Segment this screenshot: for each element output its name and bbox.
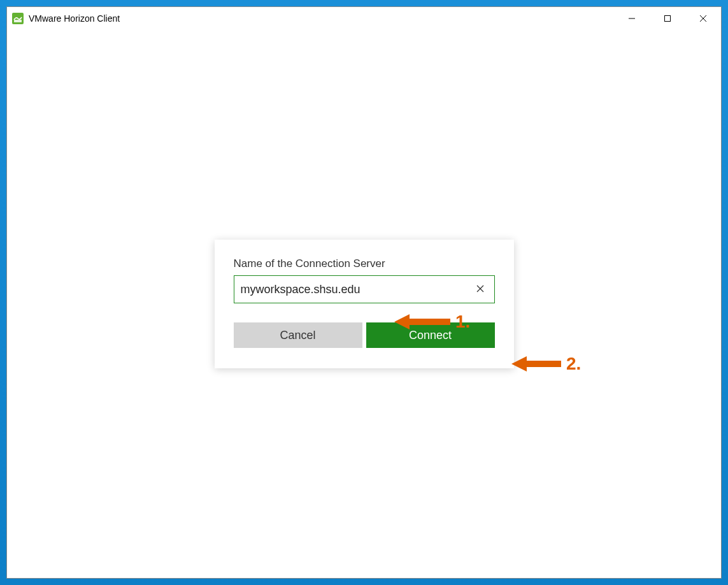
arrow-left-icon	[511, 355, 562, 373]
svg-rect-1	[14, 20, 22, 22]
titlebar-left: VMware Horizon Client	[7, 13, 120, 24]
vmware-horizon-icon	[12, 13, 24, 24]
maximize-button[interactable]	[650, 7, 685, 30]
titlebar: VMware Horizon Client	[7, 7, 721, 30]
annotation-step-2: 2.	[511, 354, 581, 374]
svg-marker-11	[511, 356, 527, 372]
dialog-button-row: Cancel Connect	[234, 322, 495, 348]
close-button[interactable]	[685, 7, 721, 30]
minimize-button[interactable]	[614, 7, 650, 30]
window-controls	[614, 7, 721, 30]
cancel-button[interactable]: Cancel	[234, 322, 362, 348]
annotation-2-label: 2.	[566, 354, 581, 374]
close-icon	[476, 284, 484, 294]
connect-button[interactable]: Connect	[366, 322, 495, 348]
svg-rect-3	[665, 16, 671, 22]
app-title: VMware Horizon Client	[29, 13, 120, 24]
content-area: Name of the Connection Server Cancel Con…	[7, 30, 721, 578]
connection-server-dialog: Name of the Connection Server Cancel Con…	[215, 240, 514, 368]
server-input-wrapper	[234, 275, 495, 303]
clear-input-button[interactable]	[471, 280, 489, 298]
server-name-label: Name of the Connection Server	[234, 257, 495, 270]
server-name-input[interactable]	[241, 276, 469, 303]
app-window: VMware Horizon Client Name of the Connec…	[6, 6, 722, 579]
